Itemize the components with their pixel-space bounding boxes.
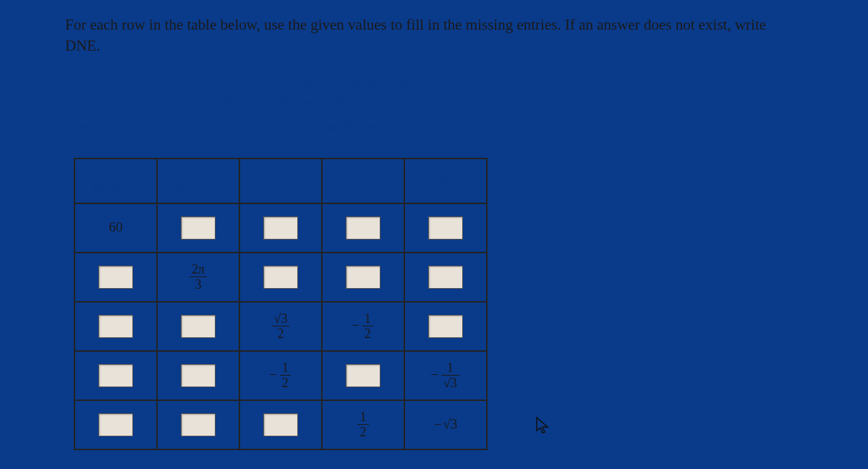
cell-degree-given: 60 — [75, 203, 157, 253]
cell-radian-given: 2π3 — [157, 253, 239, 302]
hint-line-1: SPEED HINTS: Use the TAB button to click… — [65, 70, 803, 90]
input-r4-cos[interactable] — [346, 364, 380, 387]
instruction-text: For each row in the table below, use the… — [65, 14, 803, 57]
table-header-row: DegreeMeasure RadianMeasure sin(θ) cos(θ… — [75, 159, 487, 203]
input-r3-radian[interactable] — [181, 315, 216, 338]
table-row: −12 −1√3 — [75, 351, 487, 400]
input-r3-degree[interactable] — [98, 315, 133, 338]
input-r2-sin[interactable] — [263, 266, 298, 289]
cell-sin-given: −12 — [239, 351, 322, 400]
input-r4-degree[interactable] — [98, 364, 133, 387]
input-r1-cos[interactable] — [346, 216, 380, 240]
input-r2-cos[interactable] — [346, 266, 380, 289]
input-r5-degree[interactable] — [98, 413, 133, 436]
cell-cos-given: 12 — [322, 400, 404, 449]
header-degree: DegreeMeasure — [75, 159, 157, 203]
speed-hints: SPEED HINTS: Use the TAB button to click… — [65, 70, 803, 143]
cell-tan-given: −√3 — [404, 400, 487, 449]
cell-tan-given: −1√3 — [404, 351, 487, 400]
hint-line-2: Type pi for the symbol π and sqrt for th… — [65, 92, 803, 112]
trig-table: DegreeMeasure RadianMeasure sin(θ) cos(θ… — [74, 158, 488, 450]
cell-cos-given: −12 — [322, 302, 404, 351]
input-r5-radian[interactable] — [181, 413, 216, 436]
input-r5-sin[interactable] — [263, 413, 298, 436]
input-r2-tan[interactable] — [428, 266, 463, 289]
cell-sin-given: √32 — [239, 302, 322, 351]
input-r1-tan[interactable] — [428, 216, 463, 240]
table-row: 2π3 — [75, 253, 487, 302]
hint-line-3: Fractions do not need to be simplified..… — [65, 114, 803, 143]
input-r1-sin[interactable] — [263, 216, 298, 240]
table-row: 12 −√3 — [75, 400, 487, 449]
table-row: 60 — [75, 203, 487, 253]
header-sin: sin(θ) — [239, 159, 322, 203]
input-r3-tan[interactable] — [428, 315, 463, 338]
header-radian: RadianMeasure — [157, 159, 239, 203]
input-r1-radian[interactable] — [181, 216, 216, 240]
input-r2-degree[interactable] — [98, 266, 133, 289]
table-row: √32 −12 — [75, 302, 487, 351]
header-cos: cos(θ) — [322, 159, 404, 203]
cursor-icon — [535, 416, 550, 439]
header-tan: tan(θ) — [404, 159, 487, 203]
input-r4-radian[interactable] — [181, 364, 216, 387]
